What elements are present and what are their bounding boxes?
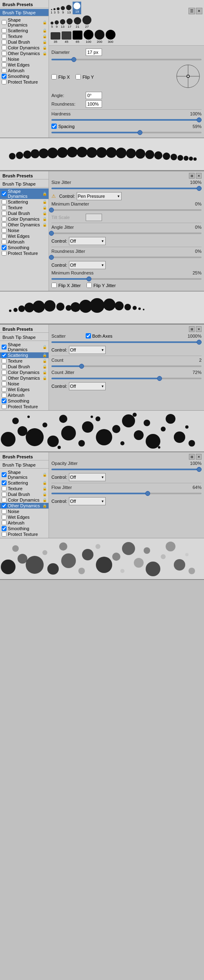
brush-cell-16[interactable]: 100 <box>84 30 93 44</box>
cb-noise-4[interactable] <box>2 509 7 514</box>
control-pen-select[interactable]: Pen Pressure ▼ <box>77 192 122 200</box>
cb-color-dynamics-4[interactable] <box>2 498 7 502</box>
roundness-jitter-slider[interactable] <box>51 255 202 260</box>
cb-dual-brush-4[interactable] <box>2 492 7 497</box>
cb-airbrush-1[interactable] <box>2 68 7 73</box>
sidebar-item-dual-brush-1[interactable]: Dual Brush 🔒 <box>0 39 49 45</box>
min-roundness-slider[interactable] <box>51 277 202 281</box>
cb-protect-texture-3[interactable] <box>2 404 7 409</box>
cb-dual-brush-3[interactable] <box>2 364 7 369</box>
brush-cell-9[interactable]: 13 <box>60 19 65 29</box>
cb-dual-brush-1[interactable] <box>2 40 7 44</box>
brush-cell-2[interactable]: 3 <box>53 8 55 14</box>
diameter-input[interactable] <box>86 49 102 56</box>
size-jitter-slider[interactable] <box>51 186 202 191</box>
brush-cell-3[interactable]: 5 <box>57 7 60 14</box>
sidebar-item-wet-edges-1[interactable]: Wet Edges <box>0 62 49 68</box>
sidebar-item-shape-dynamics-3[interactable]: Shape Dynamics 🔒 <box>0 342 49 352</box>
sidebar-item-shape-dynamics-2[interactable]: Shape Dynamics 🔒 <box>0 188 49 199</box>
sidebar-item-other-dynamics-3[interactable]: Other Dynamics 🔒 <box>0 375 49 381</box>
angle-input[interactable] <box>86 92 102 99</box>
cb-smoothing-4[interactable] <box>2 526 7 531</box>
brush-cell-5[interactable]: 13 <box>66 5 71 14</box>
sidebar-item-wet-edges-4[interactable]: Wet Edges <box>0 514 49 520</box>
angle-jitter-slider[interactable] <box>51 231 202 236</box>
cb-color-dynamics-3[interactable] <box>2 370 7 375</box>
sidebar-item-color-dynamics-4[interactable]: Color Dynamics 🔒 <box>0 497 49 503</box>
cb-shape-dynamics-3[interactable] <box>2 345 7 350</box>
cb-texture-2[interactable] <box>2 205 7 210</box>
sidebar-item-airbrush-4[interactable]: Airbrush <box>0 520 49 526</box>
cb-noise-3[interactable] <box>2 381 7 386</box>
sidebar-item-other-dynamics-1[interactable]: Other Dynamics 🔒 <box>0 51 49 56</box>
brush-cell-11[interactable]: 21 <box>74 17 81 29</box>
cb-protect-texture-4[interactable] <box>2 532 7 537</box>
sidebar-item-dual-brush-3[interactable]: Dual Brush 🔒 <box>0 364 49 369</box>
sidebar-item-airbrush-1[interactable]: Airbrush <box>0 68 49 73</box>
panel3-btn1[interactable]: ⊞ <box>189 326 195 332</box>
sidebar-item-noise-3[interactable]: Noise <box>0 381 49 387</box>
brush-cell-18[interactable]: 300 <box>106 30 115 44</box>
count-slider[interactable] <box>51 364 202 369</box>
cb-other-dynamics-4[interactable] <box>2 503 7 508</box>
sidebar-item-protect-texture-4[interactable]: Protect Texture <box>0 531 49 537</box>
cb-other-dynamics-1[interactable] <box>2 51 7 56</box>
sidebar-item-noise-1[interactable]: Noise <box>0 56 49 62</box>
cb-other-dynamics-3[interactable] <box>2 376 7 380</box>
panel-btn-1[interactable]: ☰ <box>188 8 195 14</box>
scatter-slider[interactable] <box>51 340 202 345</box>
hardness-slider[interactable] <box>51 117 202 122</box>
sidebar-item-wet-edges-2[interactable]: Wet Edges <box>0 233 49 239</box>
sidebar-item-wet-edges-3[interactable]: Wet Edges <box>0 387 49 392</box>
sidebar-item-airbrush-2[interactable]: Airbrush <box>0 239 49 245</box>
brush-cell-10[interactable]: 17 <box>67 18 73 29</box>
sidebar-item-protect-texture-1[interactable]: Protect Texture <box>0 79 49 85</box>
cb-shape-dynamics-2[interactable] <box>2 191 7 196</box>
cb-shape-dynamics-4[interactable] <box>2 472 7 477</box>
count-jitter-control-select[interactable]: Off ▼ <box>69 382 106 390</box>
sidebar-item-smoothing-1[interactable]: Smoothing <box>0 73 49 79</box>
panel2-btn2[interactable]: ✕ <box>196 173 202 179</box>
flow-jitter-slider[interactable] <box>51 491 202 496</box>
sidebar-item-scattering-3[interactable]: Scattering 🔒 <box>0 352 49 358</box>
cb-scattering-4[interactable] <box>2 480 7 485</box>
tilt-scale-input[interactable] <box>86 214 102 221</box>
cb-protect-texture-1[interactable] <box>2 80 7 84</box>
sidebar-item-shape-dynamics-1[interactable]: Shape Dynamics 🔒 <box>0 17 49 28</box>
sidebar-item-scattering-1[interactable]: Scattering 🔒 <box>0 28 49 33</box>
brush-cell-17[interactable]: 200 <box>95 30 104 44</box>
brush-cell-6-selected[interactable]: 19 <box>73 2 81 14</box>
sidebar-item-dual-brush-2[interactable]: Dual Brush 🔒 <box>0 210 49 216</box>
spacing-slider[interactable] <box>51 130 202 135</box>
sidebar-item-texture-3[interactable]: Texture 🔒 <box>0 358 49 364</box>
sidebar-item-smoothing-2[interactable]: Smoothing <box>0 245 49 250</box>
cb-flip-x-jitter[interactable] <box>51 283 57 288</box>
cb-wet-edges-4[interactable] <box>2 515 7 520</box>
cb-wet-edges-2[interactable] <box>2 234 7 239</box>
brush-cell-8[interactable]: 9 <box>55 20 59 29</box>
panel-btn-2[interactable]: ✕ <box>196 8 202 14</box>
cb-smoothing-1[interactable] <box>2 74 7 79</box>
cb-flip-y[interactable] <box>75 74 81 80</box>
sidebar-item-texture-1[interactable]: Texture 🔒 <box>0 33 49 39</box>
cb-other-dynamics-2[interactable] <box>2 222 7 227</box>
cb-color-dynamics-1[interactable] <box>2 45 7 50</box>
count-jitter-slider[interactable] <box>51 376 202 381</box>
cb-scattering-1[interactable] <box>2 28 7 33</box>
sidebar-item-other-dynamics-2[interactable]: Other Dynamics 🔒 <box>0 222 49 228</box>
cb-texture-4[interactable] <box>2 486 7 491</box>
sidebar-item-smoothing-3[interactable]: Smoothing <box>0 398 49 404</box>
sidebar-item-smoothing-4[interactable]: Smoothing <box>0 526 49 531</box>
brush-cell-12[interactable]: 27 <box>82 15 91 29</box>
sidebar-item-noise-4[interactable]: Noise <box>0 509 49 514</box>
brush-cell-1[interactable]: 1 <box>51 9 52 14</box>
sidebar-item-noise-2[interactable]: Noise <box>0 228 49 233</box>
sidebar-item-texture-2[interactable]: Texture 🔒 <box>0 205 49 210</box>
min-diameter-slider[interactable] <box>51 208 202 212</box>
roundness-input[interactable] <box>86 100 102 108</box>
sidebar-item-dual-brush-4[interactable]: Dual Brush 🔒 <box>0 491 49 497</box>
cb-flip-x[interactable] <box>51 74 57 80</box>
opacity-control-select[interactable]: Off ▼ <box>69 473 106 481</box>
sidebar-item-color-dynamics-1[interactable]: Color Dynamics 🔒 <box>0 45 49 51</box>
sidebar-item-scattering-2[interactable]: Scattering 🔒 <box>0 199 49 205</box>
